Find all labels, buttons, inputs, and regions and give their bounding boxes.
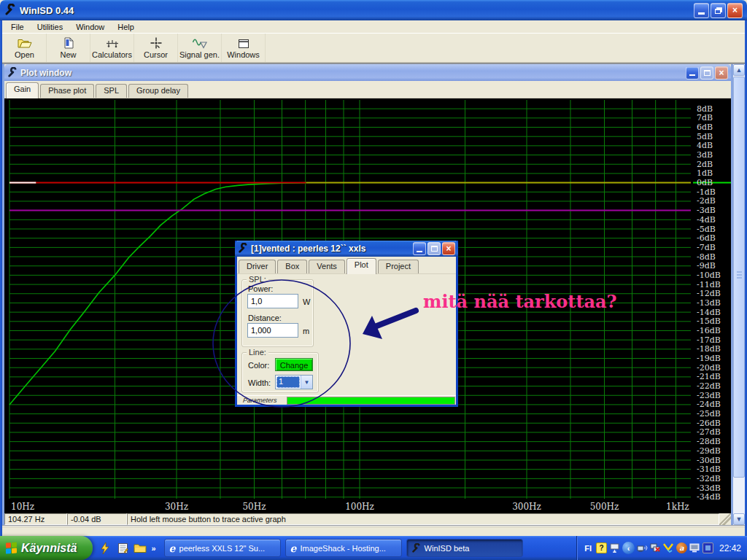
line-caption: Line:: [247, 348, 268, 357]
y-axis-label: 5dB: [697, 132, 730, 141]
color-label: Color:: [248, 361, 269, 370]
y-axis-label: -17dB: [697, 335, 730, 345]
plot-maximize-button[interactable]: [700, 66, 713, 79]
y-axis-label: -14dB: [697, 308, 730, 317]
project-maximize-button[interactable]: [427, 242, 441, 255]
open-folder-icon: [18, 36, 32, 49]
menu-utilities[interactable]: Utilities: [31, 21, 69, 33]
y-axis-label: -18dB: [697, 344, 730, 354]
y-axis-label: -15dB: [697, 316, 730, 326]
antivirus-icon[interactable]: a: [676, 542, 687, 553]
y-axis-label: -11dB: [697, 280, 730, 289]
scroll-up-button[interactable]: ▲: [733, 64, 745, 76]
project-title: [1]vented : peerles 12`` xxls: [251, 244, 413, 254]
tab-spl[interactable]: SPL: [96, 84, 127, 98]
network-error-icon[interactable]: [650, 542, 661, 553]
taskbar-button-winisd-beta[interactable]: WinISD beta: [406, 539, 523, 557]
plot-close-button[interactable]: ×: [715, 66, 728, 79]
toolbar-windows-button[interactable]: Windows: [222, 34, 266, 62]
plot-window-titlebar: Plot window ×: [4, 64, 731, 81]
project-window: [1]vented : peerles 12`` xxls × DriverBo…: [235, 241, 458, 407]
taskbar-button-imageshack-hosting[interactable]: eImageShack - Hosting...: [285, 539, 402, 557]
start-button[interactable]: Käynnistä: [0, 536, 93, 560]
winisd-icon: [411, 543, 421, 553]
display-icon[interactable]: [689, 542, 700, 553]
toolbar-new-button[interactable]: New: [47, 34, 90, 62]
winamp-icon[interactable]: [98, 542, 112, 555]
y-axis-label: -34dB: [697, 492, 730, 502]
parameters-label: Parameters: [236, 397, 287, 404]
distance-input[interactable]: 1,000: [247, 323, 298, 338]
collapse-chevron-icon[interactable]: ‹: [622, 542, 635, 554]
tab-phase-plot[interactable]: Phase plot: [40, 84, 94, 98]
menu-file[interactable]: File: [4, 21, 31, 33]
system-tray: FI ?‹a 22:42: [576, 536, 747, 560]
y-axis-label: 6dB: [697, 122, 730, 132]
x-axis-label: 50Hz: [240, 502, 269, 512]
y-axis-label: -21dB: [697, 372, 730, 381]
tab-group-delay[interactable]: Group delay: [128, 84, 188, 98]
tvtool-icon[interactable]: [663, 542, 674, 553]
menu-help[interactable]: Help: [111, 21, 141, 33]
network-icon[interactable]: [637, 542, 648, 553]
y-axis-label: -13dB: [697, 298, 730, 308]
project-plot-page: SPL: Power: 1,0 W Distance: 1,000 m Line…: [237, 274, 456, 395]
mdi-vertical-scrollbar[interactable]: ▲ ▼: [733, 64, 745, 525]
restore-button[interactable]: [711, 3, 726, 18]
distance-unit: m: [303, 327, 309, 335]
tab-gain[interactable]: Gain: [6, 82, 39, 98]
resize-grip[interactable]: [719, 513, 731, 525]
change-color-button[interactable]: Change: [275, 358, 313, 371]
power-input[interactable]: 1,0: [247, 294, 298, 308]
close-button[interactable]: ×: [727, 3, 743, 18]
y-axis-label: -9dB: [697, 261, 730, 271]
line-width-combo[interactable]: 1 ▼: [275, 375, 313, 389]
power-label: Power:: [248, 284, 273, 293]
y-axis-label: -23dB: [697, 391, 730, 400]
project-tab-plot[interactable]: Plot: [347, 258, 376, 274]
toolbar-cursor-button[interactable]: Cursor: [134, 34, 178, 62]
app-tray-icon[interactable]: [703, 542, 713, 553]
quick-launch: »: [93, 542, 161, 555]
y-axis-label: 2dB: [697, 160, 730, 169]
scrollbar-thumb[interactable]: [733, 77, 745, 478]
y-axis-label: 8dB: [697, 104, 730, 114]
wordpad-icon[interactable]: [116, 542, 129, 555]
menu-window[interactable]: Window: [69, 21, 111, 33]
y-axis-label: -27dB: [697, 427, 730, 437]
calculators-icon: [105, 36, 120, 49]
plot-minimize-button[interactable]: [686, 66, 699, 79]
project-tab-driver[interactable]: Driver: [239, 260, 276, 273]
winisd-icon: [7, 67, 18, 79]
help-icon[interactable]: ?: [596, 542, 607, 553]
folder-icon[interactable]: [133, 542, 147, 555]
x-axis-label: 30Hz: [162, 502, 191, 512]
scroll-down-button[interactable]: ▼: [733, 513, 745, 525]
menubar: FileUtilitiesWindowHelp: [0, 20, 747, 34]
project-tab-vents[interactable]: Vents: [309, 260, 345, 273]
taskbar-clock: 22:42: [719, 543, 741, 553]
window-border-left: [0, 20, 2, 536]
combo-dropdown-icon[interactable]: ▼: [301, 376, 312, 389]
project-close-button[interactable]: ×: [442, 242, 455, 255]
minimize-button[interactable]: [694, 3, 709, 18]
main-titlebar: WinISD 0.44 ×: [0, 0, 747, 20]
toolbar-open-button[interactable]: Open: [3, 34, 47, 62]
y-axis-label: -6dB: [697, 233, 730, 243]
taskbar-button-peerless-xxls-12-su[interactable]: epeerless XXLS 12" Su...: [164, 539, 281, 557]
project-tab-box[interactable]: Box: [277, 260, 307, 273]
main-statusbar: [0, 526, 747, 536]
hardware-icon[interactable]: [609, 542, 620, 553]
toolbar-calculators-button[interactable]: Calculators: [90, 34, 134, 62]
quick-launch-overflow-chevron[interactable]: »: [151, 544, 155, 553]
y-axis-label: -7dB: [697, 243, 730, 252]
y-axis-label: -16dB: [697, 326, 730, 335]
project-tab-project[interactable]: Project: [378, 260, 419, 273]
toolbar-signal-gen-button[interactable]: Signal gen.: [178, 34, 222, 62]
language-indicator[interactable]: FI: [584, 544, 593, 553]
project-minimize-button[interactable]: [413, 242, 426, 255]
toolbar: OpenNewCalculatorsCursorSignal gen.Windo…: [0, 34, 747, 63]
status-frequency: 104.27 Hz: [4, 513, 67, 525]
spl-caption: SPL:: [247, 275, 268, 284]
y-axis-label: -26dB: [697, 419, 730, 428]
